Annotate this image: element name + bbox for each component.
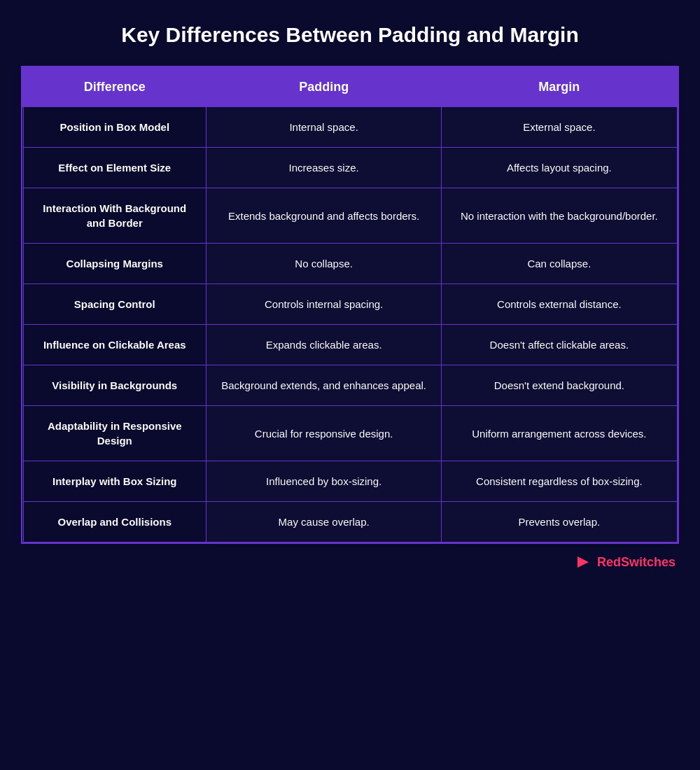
footer: RedSwitches xyxy=(21,554,679,570)
cell-difference: Influence on Clickable Areas xyxy=(23,325,206,365)
cell-margin: Affects layout spacing. xyxy=(442,148,677,188)
cell-margin: Controls external distance. xyxy=(442,284,677,325)
cell-difference: Interaction With Background and Border xyxy=(23,188,206,244)
cell-padding: Crucial for responsive design. xyxy=(206,406,442,461)
comparison-table: Difference Padding Margin Position in Bo… xyxy=(22,67,678,542)
cell-padding: May cause overlap. xyxy=(206,502,442,542)
brand: RedSwitches xyxy=(575,554,676,570)
header-padding: Padding xyxy=(206,68,442,106)
cell-margin: Uniform arrangement across devices. xyxy=(442,406,677,461)
cell-margin: Doesn't extend background. xyxy=(442,365,677,406)
table-row: Position in Box ModelInternal space.Exte… xyxy=(23,106,677,148)
brand-name-white: Switches xyxy=(621,555,676,569)
cell-padding: Extends background and affects borders. xyxy=(206,188,442,244)
page-title: Key Differences Between Padding and Marg… xyxy=(121,21,578,48)
cell-padding: Influenced by box-sizing. xyxy=(206,461,442,502)
cell-padding: Background extends, and enhances appeal. xyxy=(206,365,442,406)
cell-padding: Expands clickable areas. xyxy=(206,325,442,365)
svg-marker-0 xyxy=(578,556,589,568)
cell-padding: Internal space. xyxy=(206,106,442,148)
cell-difference: Adaptability in Responsive Design xyxy=(23,406,206,461)
table-row: Collapsing MarginsNo collapse.Can collap… xyxy=(23,244,677,284)
cell-padding: Controls internal spacing. xyxy=(206,284,442,325)
cell-margin: External space. xyxy=(442,106,677,148)
cell-difference: Overlap and Collisions xyxy=(23,502,206,542)
table-row: Effect on Element SizeIncreases size.Aff… xyxy=(23,148,677,188)
cell-padding: Increases size. xyxy=(206,148,442,188)
cell-difference: Position in Box Model xyxy=(23,106,206,148)
header-difference: Difference xyxy=(23,68,206,106)
table-row: Overlap and CollisionsMay cause overlap.… xyxy=(23,502,677,542)
cell-difference: Effect on Element Size xyxy=(23,148,206,188)
cell-margin: No interaction with the background/borde… xyxy=(442,188,677,244)
cell-margin: Can collapse. xyxy=(442,244,677,284)
header-margin: Margin xyxy=(442,68,677,106)
table-row: Interaction With Background and BorderEx… xyxy=(23,188,677,244)
cell-margin: Prevents overlap. xyxy=(442,502,677,542)
table-row: Spacing ControlControls internal spacing… xyxy=(23,284,677,325)
brand-name: RedSwitches xyxy=(597,555,676,570)
comparison-table-wrapper: Difference Padding Margin Position in Bo… xyxy=(21,66,679,544)
table-row: Adaptability in Responsive DesignCrucial… xyxy=(23,406,677,461)
table-row: Influence on Clickable AreasExpands clic… xyxy=(23,325,677,365)
cell-margin: Consistent regardless of box-sizing. xyxy=(442,461,677,502)
cell-difference: Visibility in Backgrounds xyxy=(23,365,206,406)
table-row: Visibility in BackgroundsBackground exte… xyxy=(23,365,677,406)
cell-difference: Interplay with Box Sizing xyxy=(23,461,206,502)
cell-margin: Doesn't affect clickable areas. xyxy=(442,325,677,365)
cell-difference: Spacing Control xyxy=(23,284,206,325)
brand-name-red: Red xyxy=(597,555,621,569)
brand-icon xyxy=(575,554,592,570)
cell-difference: Collapsing Margins xyxy=(23,244,206,284)
cell-padding: No collapse. xyxy=(206,244,442,284)
table-header-row: Difference Padding Margin xyxy=(23,68,677,106)
table-row: Interplay with Box SizingInfluenced by b… xyxy=(23,461,677,502)
